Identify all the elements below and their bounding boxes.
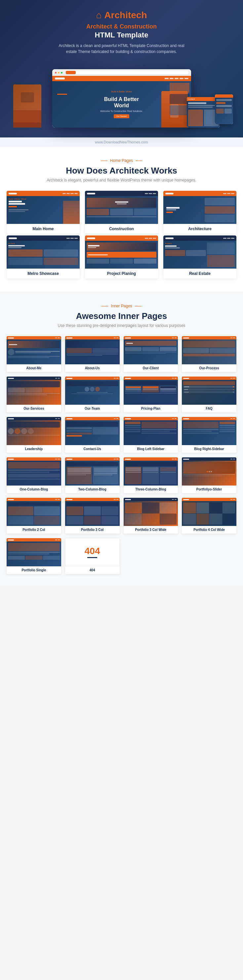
card-two-column-blog[interactable]: Two-Column-Blog	[65, 457, 120, 493]
card-portfolio-4-col-wide[interactable]: Portfolio 4 Col Wide	[182, 498, 237, 533]
home-icon: ⌂	[96, 10, 101, 21]
card-about-me[interactable]: About-Me	[6, 336, 61, 372]
phone-content	[215, 98, 233, 124]
section-title-home: How Does Architeck Works	[6, 165, 237, 176]
phone-bar	[215, 94, 233, 98]
browser-max-dot	[61, 72, 63, 73]
preview-architecture	[163, 191, 237, 224]
hero-cta-button[interactable]: Get Started	[114, 114, 129, 118]
thumb-portfolio-3-col	[65, 498, 120, 526]
card-blog-left-sidebar[interactable]: Blog Left Sidebar	[124, 417, 178, 453]
brand-logo: Architech	[104, 10, 147, 21]
card-portfolio-3-col-wide[interactable]: Portfolio 3 Col Wide	[124, 498, 178, 533]
phone-mockup	[215, 94, 233, 124]
thumb-contact-us	[65, 417, 120, 445]
browser-mockup-wrapper: Build A Better World Build A BetterWorld…	[6, 61, 237, 127]
grid-spacer-2	[182, 538, 237, 574]
browser-url-bar	[66, 71, 188, 74]
thumb-real-estate: Architeck	[163, 235, 237, 269]
inner-cards-row2: Our-Services	[6, 377, 237, 412]
thumb-construction	[85, 191, 158, 224]
text-404-line	[87, 557, 97, 558]
card-our-client[interactable]: Our-Client	[124, 336, 178, 372]
card-our-services[interactable]: Our-Services	[6, 377, 61, 412]
card-real-estate[interactable]: Architeck	[163, 235, 237, 278]
card-one-column-blog[interactable]: One-Column-Blog	[6, 457, 61, 493]
card-our-process[interactable]: Our-Process	[182, 336, 237, 372]
thumb-two-column-blog	[65, 457, 120, 485]
card-architecture[interactable]: Architecture	[163, 191, 237, 234]
card-portfolio-slider[interactable]: Portfoliyo-Slider	[182, 457, 237, 493]
label-our-client: Our-Client	[124, 364, 178, 372]
label-about-me: About-Me	[6, 364, 61, 372]
card-404[interactable]: 404 404	[65, 538, 120, 574]
card-three-column-blog[interactable]: Three-Column-Blog	[124, 457, 178, 493]
brand-description: Architeck is a clean and powerful HTML T…	[55, 43, 188, 55]
card-project-planing[interactable]: Project Planing	[85, 235, 158, 278]
label-contact-us: Contact-Us	[65, 445, 120, 453]
card-main-home[interactable]: Build A Better World Main Home	[6, 191, 80, 234]
card-our-team[interactable]: Our-Team	[65, 377, 120, 412]
thumb-about-me	[6, 336, 61, 364]
hero-sub-label: Build A Better World	[57, 91, 186, 93]
label-our-process: Our-Process	[182, 364, 237, 372]
thumb-architecture	[163, 191, 237, 224]
preview-project	[85, 235, 158, 269]
label-our-services: Our-Services	[6, 405, 61, 412]
header-section: ⌂ Architech Architect & Construction HTM…	[0, 0, 243, 137]
thumb-about-us	[65, 336, 120, 364]
thumb-portfolio-4-col-wide	[182, 498, 237, 526]
browser-close-dot	[55, 72, 57, 73]
card-portfolio-single[interactable]: Portfolio Single	[6, 538, 61, 574]
thumb-portfolio-slider	[182, 457, 237, 485]
phone-line-2	[216, 102, 226, 104]
phone-line-3	[216, 105, 232, 107]
label-portfolio-3-col: Portfolio 3 Col	[65, 526, 120, 533]
label-portfolio-slider: Portfoliyo-Slider	[182, 485, 237, 493]
inner-cards-row4: One-Column-Blog	[6, 457, 237, 493]
section-desc-home: Architeck is elegant, powerful and flexi…	[6, 178, 237, 183]
thumb-portfolio-2-col	[6, 498, 61, 526]
preview-main-home: Build A Better World	[6, 191, 80, 224]
thumb-faq	[182, 377, 237, 405]
label-leadership: Leadership	[6, 445, 61, 453]
hero-main-title: Build A BetterWorld	[57, 94, 186, 109]
section-label-inner: Inner Pages	[6, 304, 237, 308]
label-main-home: Main Home	[6, 224, 80, 234]
thumb-our-team	[65, 377, 120, 405]
card-about-us[interactable]: About-Us	[65, 336, 120, 372]
thumb-metro-showcase: Architeck	[6, 235, 80, 269]
section-desc-inner: Use these stunning pre-designed innerpag…	[6, 323, 237, 328]
card-metro-showcase[interactable]: Architeck Metro Showcase	[6, 235, 80, 278]
preview-real-estate: Architeck	[163, 235, 237, 269]
card-leadership[interactable]: Leadership	[6, 417, 61, 453]
thumb-three-column-blog	[124, 457, 178, 485]
label-about-us: About-Us	[65, 364, 120, 372]
card-faq[interactable]: FAQ	[182, 377, 237, 412]
grid-spacer-1	[124, 538, 178, 574]
card-blog-right-sidebar[interactable]: Blog Right-Sidebar	[182, 417, 237, 453]
card-portfolio-3-col[interactable]: Portfolio 3 Col	[65, 498, 120, 533]
label-our-team: Our-Team	[65, 405, 120, 412]
text-404: 404	[85, 546, 100, 556]
card-portfolio-2-col[interactable]: Portfolio 2 Col	[6, 498, 61, 533]
thumb-our-client	[124, 336, 178, 364]
inner-cards-row1: About-Me	[6, 336, 237, 372]
label-portfolio-4-col-wide: Portfolio 4 Col Wide	[182, 526, 237, 533]
mini-logo	[55, 78, 65, 80]
label-blog-left-sidebar: Blog Left Sidebar	[124, 445, 178, 453]
thumb-main-home: Build A Better World	[6, 191, 80, 224]
label-portfolio-2-col: Portfolio 2 Col	[6, 526, 61, 533]
card-pricing-plan[interactable]: Pricing-Plan	[124, 377, 178, 412]
card-construction[interactable]: Construction	[85, 191, 158, 234]
thumb-blog-left-sidebar	[124, 417, 178, 445]
homepage-section: Home Pages How Does Architeck Works Arch…	[0, 147, 243, 292]
tagline-line2: HTML Template	[6, 31, 237, 40]
thumb-portfolio-single	[6, 538, 61, 566]
browser-bar	[52, 69, 191, 76]
card-contact-us[interactable]: Contact-Us	[65, 417, 120, 453]
thumb-project-planing	[85, 235, 158, 269]
homepage-cards-row1: Build A Better World Main Home	[6, 191, 237, 234]
label-construction: Construction	[85, 224, 158, 234]
label-real-estate: Real Estate	[163, 269, 237, 278]
